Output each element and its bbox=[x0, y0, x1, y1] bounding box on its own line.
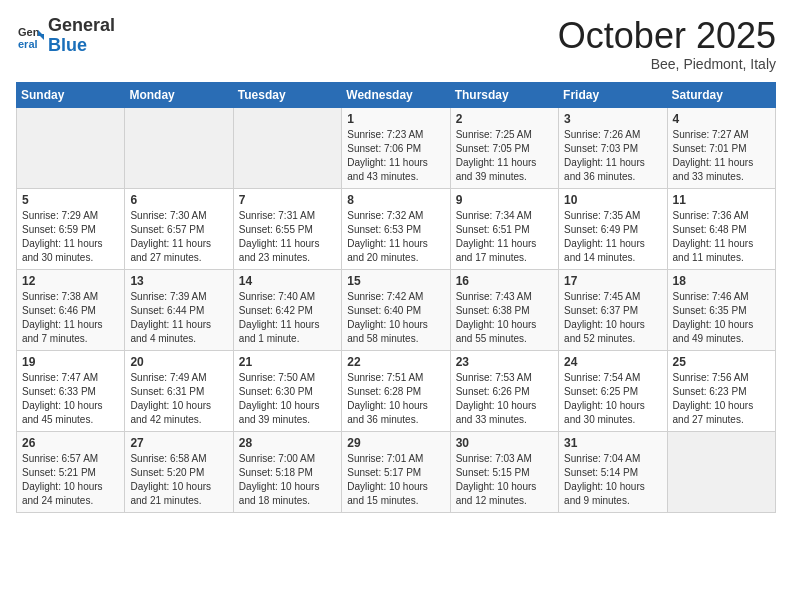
calendar-week-row: 1Sunrise: 7:23 AM Sunset: 7:06 PM Daylig… bbox=[17, 107, 776, 188]
day-number: 8 bbox=[347, 193, 444, 207]
day-number: 27 bbox=[130, 436, 227, 450]
calendar-cell: 30Sunrise: 7:03 AM Sunset: 5:15 PM Dayli… bbox=[450, 431, 558, 512]
day-info: Sunrise: 7:26 AM Sunset: 7:03 PM Dayligh… bbox=[564, 128, 661, 184]
calendar-cell: 21Sunrise: 7:50 AM Sunset: 6:30 PM Dayli… bbox=[233, 350, 341, 431]
title-block: October 2025 Bee, Piedmont, Italy bbox=[558, 16, 776, 72]
day-number: 3 bbox=[564, 112, 661, 126]
day-info: Sunrise: 7:39 AM Sunset: 6:44 PM Dayligh… bbox=[130, 290, 227, 346]
day-number: 17 bbox=[564, 274, 661, 288]
day-number: 12 bbox=[22, 274, 119, 288]
day-number: 23 bbox=[456, 355, 553, 369]
day-number: 15 bbox=[347, 274, 444, 288]
calendar-cell: 8Sunrise: 7:32 AM Sunset: 6:53 PM Daylig… bbox=[342, 188, 450, 269]
calendar-cell: 2Sunrise: 7:25 AM Sunset: 7:05 PM Daylig… bbox=[450, 107, 558, 188]
day-number: 14 bbox=[239, 274, 336, 288]
calendar-cell: 1Sunrise: 7:23 AM Sunset: 7:06 PM Daylig… bbox=[342, 107, 450, 188]
calendar-cell bbox=[233, 107, 341, 188]
calendar-cell: 23Sunrise: 7:53 AM Sunset: 6:26 PM Dayli… bbox=[450, 350, 558, 431]
calendar-cell: 24Sunrise: 7:54 AM Sunset: 6:25 PM Dayli… bbox=[559, 350, 667, 431]
calendar-cell: 27Sunrise: 6:58 AM Sunset: 5:20 PM Dayli… bbox=[125, 431, 233, 512]
day-header-tuesday: Tuesday bbox=[233, 82, 341, 107]
day-number: 18 bbox=[673, 274, 770, 288]
day-info: Sunrise: 7:36 AM Sunset: 6:48 PM Dayligh… bbox=[673, 209, 770, 265]
day-info: Sunrise: 7:29 AM Sunset: 6:59 PM Dayligh… bbox=[22, 209, 119, 265]
day-header-friday: Friday bbox=[559, 82, 667, 107]
calendar-cell: 11Sunrise: 7:36 AM Sunset: 6:48 PM Dayli… bbox=[667, 188, 775, 269]
logo-icon: Gen eral bbox=[16, 22, 44, 50]
day-info: Sunrise: 7:23 AM Sunset: 7:06 PM Dayligh… bbox=[347, 128, 444, 184]
calendar-cell: 7Sunrise: 7:31 AM Sunset: 6:55 PM Daylig… bbox=[233, 188, 341, 269]
day-number: 2 bbox=[456, 112, 553, 126]
day-info: Sunrise: 7:32 AM Sunset: 6:53 PM Dayligh… bbox=[347, 209, 444, 265]
day-number: 24 bbox=[564, 355, 661, 369]
day-number: 10 bbox=[564, 193, 661, 207]
day-info: Sunrise: 7:25 AM Sunset: 7:05 PM Dayligh… bbox=[456, 128, 553, 184]
svg-text:eral: eral bbox=[18, 38, 38, 50]
calendar-cell: 14Sunrise: 7:40 AM Sunset: 6:42 PM Dayli… bbox=[233, 269, 341, 350]
day-info: Sunrise: 7:43 AM Sunset: 6:38 PM Dayligh… bbox=[456, 290, 553, 346]
calendar-cell: 31Sunrise: 7:04 AM Sunset: 5:14 PM Dayli… bbox=[559, 431, 667, 512]
day-number: 25 bbox=[673, 355, 770, 369]
calendar-week-row: 12Sunrise: 7:38 AM Sunset: 6:46 PM Dayli… bbox=[17, 269, 776, 350]
calendar-cell: 5Sunrise: 7:29 AM Sunset: 6:59 PM Daylig… bbox=[17, 188, 125, 269]
day-info: Sunrise: 7:42 AM Sunset: 6:40 PM Dayligh… bbox=[347, 290, 444, 346]
day-number: 11 bbox=[673, 193, 770, 207]
day-info: Sunrise: 6:57 AM Sunset: 5:21 PM Dayligh… bbox=[22, 452, 119, 508]
calendar-cell: 25Sunrise: 7:56 AM Sunset: 6:23 PM Dayli… bbox=[667, 350, 775, 431]
day-number: 6 bbox=[130, 193, 227, 207]
logo-blue-text: Blue bbox=[48, 36, 115, 56]
day-info: Sunrise: 7:27 AM Sunset: 7:01 PM Dayligh… bbox=[673, 128, 770, 184]
day-info: Sunrise: 7:30 AM Sunset: 6:57 PM Dayligh… bbox=[130, 209, 227, 265]
day-header-thursday: Thursday bbox=[450, 82, 558, 107]
logo: Gen eral General Blue bbox=[16, 16, 115, 56]
day-number: 9 bbox=[456, 193, 553, 207]
day-number: 20 bbox=[130, 355, 227, 369]
day-number: 31 bbox=[564, 436, 661, 450]
calendar-cell: 3Sunrise: 7:26 AM Sunset: 7:03 PM Daylig… bbox=[559, 107, 667, 188]
day-number: 5 bbox=[22, 193, 119, 207]
day-info: Sunrise: 7:45 AM Sunset: 6:37 PM Dayligh… bbox=[564, 290, 661, 346]
calendar-cell bbox=[667, 431, 775, 512]
calendar-cell bbox=[17, 107, 125, 188]
calendar-cell: 19Sunrise: 7:47 AM Sunset: 6:33 PM Dayli… bbox=[17, 350, 125, 431]
day-info: Sunrise: 7:53 AM Sunset: 6:26 PM Dayligh… bbox=[456, 371, 553, 427]
day-number: 29 bbox=[347, 436, 444, 450]
day-header-saturday: Saturday bbox=[667, 82, 775, 107]
calendar-week-row: 5Sunrise: 7:29 AM Sunset: 6:59 PM Daylig… bbox=[17, 188, 776, 269]
day-info: Sunrise: 6:58 AM Sunset: 5:20 PM Dayligh… bbox=[130, 452, 227, 508]
day-header-wednesday: Wednesday bbox=[342, 82, 450, 107]
day-number: 30 bbox=[456, 436, 553, 450]
calendar-cell: 28Sunrise: 7:00 AM Sunset: 5:18 PM Dayli… bbox=[233, 431, 341, 512]
calendar-cell: 15Sunrise: 7:42 AM Sunset: 6:40 PM Dayli… bbox=[342, 269, 450, 350]
day-number: 13 bbox=[130, 274, 227, 288]
day-number: 7 bbox=[239, 193, 336, 207]
day-info: Sunrise: 7:50 AM Sunset: 6:30 PM Dayligh… bbox=[239, 371, 336, 427]
logo-text: General Blue bbox=[48, 16, 115, 56]
day-info: Sunrise: 7:31 AM Sunset: 6:55 PM Dayligh… bbox=[239, 209, 336, 265]
day-info: Sunrise: 7:03 AM Sunset: 5:15 PM Dayligh… bbox=[456, 452, 553, 508]
calendar-cell: 10Sunrise: 7:35 AM Sunset: 6:49 PM Dayli… bbox=[559, 188, 667, 269]
calendar-cell: 22Sunrise: 7:51 AM Sunset: 6:28 PM Dayli… bbox=[342, 350, 450, 431]
day-header-monday: Monday bbox=[125, 82, 233, 107]
day-info: Sunrise: 7:54 AM Sunset: 6:25 PM Dayligh… bbox=[564, 371, 661, 427]
day-info: Sunrise: 7:46 AM Sunset: 6:35 PM Dayligh… bbox=[673, 290, 770, 346]
calendar-cell: 9Sunrise: 7:34 AM Sunset: 6:51 PM Daylig… bbox=[450, 188, 558, 269]
day-number: 19 bbox=[22, 355, 119, 369]
day-header-sunday: Sunday bbox=[17, 82, 125, 107]
calendar-cell bbox=[125, 107, 233, 188]
calendar-cell: 16Sunrise: 7:43 AM Sunset: 6:38 PM Dayli… bbox=[450, 269, 558, 350]
calendar-cell: 6Sunrise: 7:30 AM Sunset: 6:57 PM Daylig… bbox=[125, 188, 233, 269]
calendar-week-row: 26Sunrise: 6:57 AM Sunset: 5:21 PM Dayli… bbox=[17, 431, 776, 512]
day-info: Sunrise: 7:38 AM Sunset: 6:46 PM Dayligh… bbox=[22, 290, 119, 346]
month-title: October 2025 bbox=[558, 16, 776, 56]
day-number: 22 bbox=[347, 355, 444, 369]
day-number: 1 bbox=[347, 112, 444, 126]
svg-text:Gen: Gen bbox=[18, 26, 40, 38]
location: Bee, Piedmont, Italy bbox=[558, 56, 776, 72]
calendar-cell: 4Sunrise: 7:27 AM Sunset: 7:01 PM Daylig… bbox=[667, 107, 775, 188]
calendar-cell: 18Sunrise: 7:46 AM Sunset: 6:35 PM Dayli… bbox=[667, 269, 775, 350]
day-info: Sunrise: 7:47 AM Sunset: 6:33 PM Dayligh… bbox=[22, 371, 119, 427]
day-number: 28 bbox=[239, 436, 336, 450]
day-info: Sunrise: 7:34 AM Sunset: 6:51 PM Dayligh… bbox=[456, 209, 553, 265]
day-info: Sunrise: 7:35 AM Sunset: 6:49 PM Dayligh… bbox=[564, 209, 661, 265]
